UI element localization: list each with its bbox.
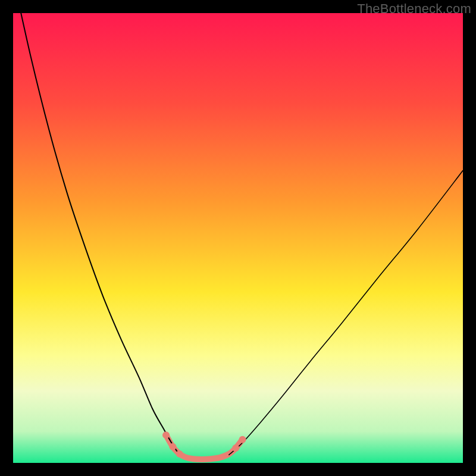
trough-dot bbox=[176, 450, 183, 458]
chart-svg bbox=[13, 13, 463, 463]
trough-dot bbox=[232, 444, 239, 452]
plot-area bbox=[13, 13, 463, 463]
trough-dot bbox=[239, 436, 246, 443]
gradient-background bbox=[13, 13, 463, 463]
trough-dot bbox=[162, 431, 170, 439]
trough-dot bbox=[169, 443, 176, 450]
outer-frame: TheBottleneck.com bbox=[0, 0, 476, 476]
